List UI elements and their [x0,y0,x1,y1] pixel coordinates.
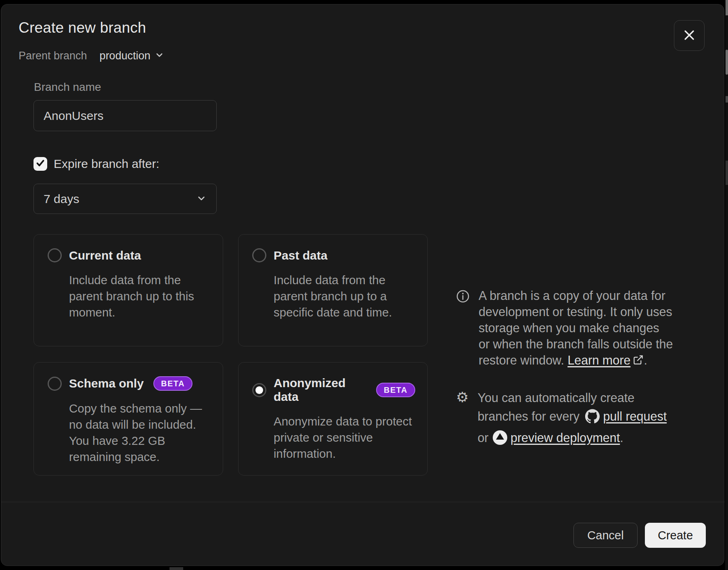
background-fragment [169,567,183,570]
background-fragment [726,0,728,15]
option-description: Include data from the parent branch up t… [69,272,208,321]
info-icon [456,289,470,305]
branch-name-input[interactable] [33,100,217,131]
expire-row: Expire branch after: [33,157,159,171]
beta-badge: BETA [376,383,415,397]
expire-checkbox[interactable] [33,157,47,171]
option-description: Copy the schema only — no data will be i… [69,400,208,465]
option-title: Current data [69,249,141,262]
create-button[interactable]: Create [645,523,706,548]
automation-connector: or [477,431,492,444]
footer-divider [1,502,725,502]
gear-icon: ⚙ [456,390,469,404]
radio-anonymized-data[interactable] [252,383,266,397]
option-card-schema-only[interactable]: Schema only BETA Copy the schema only — … [33,362,223,476]
pull-request-link[interactable]: pull request [603,409,667,423]
branch-name-label: Branch name [34,81,101,94]
parent-branch-value: production [100,50,151,62]
option-description: Anonymize data to protect private or sen… [274,413,415,462]
checkmark-icon [36,158,45,170]
expire-duration-select[interactable]: 7 days [33,184,217,214]
learn-more-link[interactable]: Learn more [567,353,630,367]
page-title: Create new branch [19,19,146,37]
chevron-down-icon [155,50,164,61]
option-card-anonymized-data[interactable]: Anonymized data BETA Anonymize data to p… [238,362,428,476]
parent-branch-row: Parent branch production [19,48,164,63]
option-title: Schema only [69,377,144,390]
background-fragment [726,96,728,103]
chevron-down-icon [196,193,207,205]
expire-label: Expire branch after: [54,157,159,171]
branch-info-note: A branch is a copy of your data for deve… [456,287,686,369]
background-page-sliver [725,0,728,570]
automation-suffix: . [620,431,623,444]
option-title: Anonymized data [274,376,366,404]
background-scrollbar-thumb[interactable] [726,50,728,75]
background-fragment [726,161,728,185]
automation-note: ⚙ You can automatically create branches … [456,388,692,447]
option-card-past-data[interactable]: Past data Include data from the parent b… [238,234,428,346]
radio-schema-only[interactable] [48,377,62,391]
radio-past-data[interactable] [252,248,266,262]
github-icon [585,409,600,428]
option-card-current-data[interactable]: Current data Include data from the paren… [33,234,223,346]
option-description: Include data from the parent branch up t… [274,272,413,321]
vercel-icon [493,430,507,445]
preview-deployment-link[interactable]: preview deployment [510,431,620,444]
close-button[interactable] [674,20,705,51]
parent-branch-label: Parent branch [19,50,87,62]
beta-badge: BETA [153,376,192,391]
branch-info-suffix: . [644,353,647,367]
expire-duration-value: 7 days [44,192,79,206]
radio-current-data[interactable] [48,248,62,262]
cancel-button[interactable]: Cancel [573,523,638,548]
external-link-icon [633,353,644,369]
parent-branch-selector[interactable]: production [100,50,164,62]
close-icon [682,28,696,43]
option-title: Past data [274,249,327,262]
